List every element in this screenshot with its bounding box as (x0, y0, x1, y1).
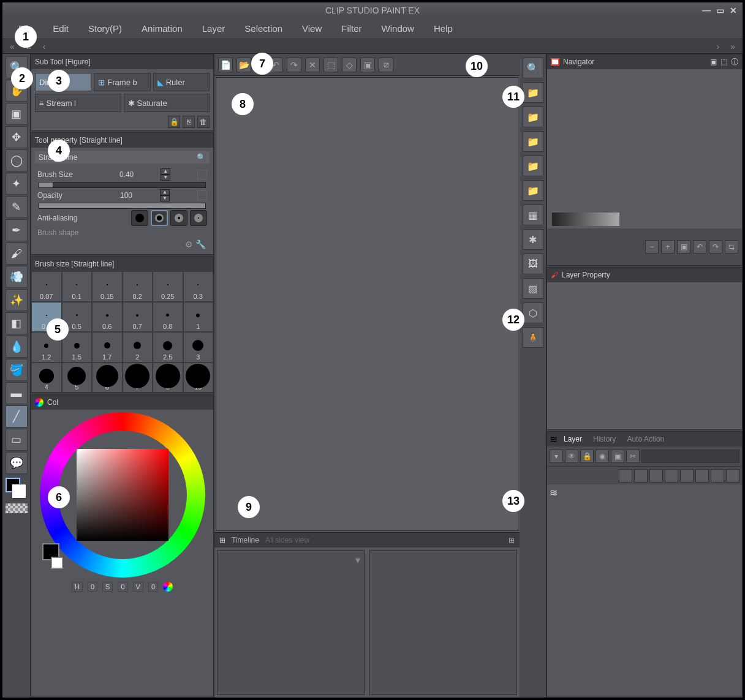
layer-lock-icon[interactable]: 🔒 (580, 450, 594, 463)
menu-window[interactable]: Window (372, 20, 424, 37)
decoration-tool-icon[interactable]: ✨ (6, 289, 28, 311)
material-folder4-icon[interactable]: 📁 (523, 156, 543, 176)
flip-icon[interactable]: ⇆ (725, 240, 738, 254)
timeline-track[interactable] (369, 550, 517, 695)
menu-story[interactable]: Story(P) (78, 20, 132, 37)
new-layer-icon[interactable] (619, 469, 632, 483)
pen-tool-icon[interactable]: ✒ (6, 219, 28, 241)
zoom-slider[interactable] (552, 213, 619, 226)
material-pattern-icon[interactable]: ▦ (523, 205, 543, 225)
brushsize-option[interactable]: 0.15 (92, 271, 123, 302)
navigator-preview[interactable] (547, 69, 742, 228)
material-folder5-icon[interactable]: 📁 (523, 180, 543, 201)
material-folder2-icon[interactable]: 📁 (523, 107, 543, 127)
redo-icon[interactable]: ↷ (287, 58, 301, 72)
brushsize-option[interactable]: 0.1 (62, 271, 93, 302)
material-folder-icon[interactable]: 📁 (523, 82, 543, 103)
layer-list[interactable]: ≋ (547, 484, 742, 501)
brushsize-option[interactable]: 6 (92, 363, 123, 393)
antialias-options[interactable] (131, 210, 207, 226)
brushsize-option[interactable]: 0.2 (123, 271, 153, 302)
subtool-ruler[interactable]: ◣Ruler (153, 73, 210, 91)
sub-color-swatch[interactable] (51, 557, 63, 569)
chevron-right-icon[interactable]: › (713, 42, 724, 51)
rotate-right-icon[interactable]: ↷ (709, 240, 722, 254)
eyedropper-tool-icon[interactable]: ✎ (6, 196, 28, 218)
brushsize-option[interactable]: 0.6 (92, 302, 123, 333)
brushsize-dynamics-icon[interactable] (197, 170, 207, 179)
brushsize-option[interactable]: 2.5 (153, 332, 183, 363)
brushsize-slider[interactable] (39, 182, 206, 188)
allsides-tab[interactable]: All sides view (265, 536, 309, 544)
eraser-tool-icon[interactable]: ◧ (6, 312, 28, 334)
brushsize-option[interactable]: 10 (183, 363, 214, 393)
lasso-tool-icon[interactable]: ◯ (6, 149, 28, 171)
rotate-left-icon[interactable]: ↶ (693, 240, 706, 254)
chevron-right-double-icon[interactable]: » (727, 42, 739, 51)
brushsize-option[interactable]: 0.25 (153, 271, 183, 302)
tab-history[interactable]: History (588, 433, 621, 445)
brushsize-option[interactable]: 7 (123, 363, 153, 393)
subtool-saturated[interactable]: ✱Saturate (124, 94, 210, 112)
figure-tool-icon[interactable]: ╱ (6, 405, 28, 427)
layer-blendmode-icon[interactable]: ▾ (550, 450, 563, 463)
color-swatch[interactable] (6, 478, 28, 502)
brushsize-option[interactable]: 0.07 (31, 271, 62, 302)
timeline-tab-icon[interactable]: ⊞ (219, 536, 225, 544)
toolprop-wand-icon[interactable]: 🔍 (197, 153, 206, 162)
clear-icon[interactable]: ✕ (305, 58, 320, 72)
brushsize-option[interactable]: 3 (183, 332, 214, 363)
opacity-slider[interactable] (39, 203, 206, 209)
layer-opacity-bar[interactable] (641, 450, 739, 463)
merge-layer-icon[interactable] (665, 469, 678, 483)
brushsize-option[interactable]: 0.8 (153, 302, 183, 333)
airbrush-tool-icon[interactable]: 💨 (6, 266, 28, 288)
brushsize-option[interactable]: 0.7 (123, 302, 153, 333)
subtool-trash-icon[interactable]: 🗑 (197, 116, 210, 128)
brushsize-option[interactable]: 1 (183, 302, 214, 333)
brushsize-stepper[interactable]: ▲▼ (161, 168, 170, 181)
fill-tool-icon[interactable]: 🪣 (6, 359, 28, 381)
deselect-icon[interactable]: ◇ (342, 58, 357, 72)
select-all-icon[interactable]: ⬚ (323, 58, 338, 72)
new-file-icon[interactable]: 📄 (218, 58, 233, 72)
gradient-tool-icon[interactable]: ▬ (6, 382, 28, 404)
layer-clip-icon[interactable]: ✂ (626, 450, 640, 463)
balloon-tool-icon[interactable]: 💬 (6, 452, 28, 474)
transfer-layer-icon[interactable] (711, 469, 724, 483)
menu-help[interactable]: Help (424, 20, 463, 37)
dup-layer-icon[interactable] (649, 469, 663, 483)
timeline-layers[interactable]: ▾ (217, 550, 365, 695)
open-file-icon[interactable]: 📂 (236, 58, 251, 72)
subtool-stream-line[interactable]: ≡Stream l (35, 94, 121, 112)
chevron-left-icon[interactable]: ‹ (39, 42, 50, 51)
layer-mask-icon[interactable]: ▣ (611, 450, 624, 463)
maximize-button[interactable]: ▭ (714, 5, 725, 16)
brush-tool-icon[interactable]: 🖌 (6, 243, 28, 265)
fit-icon[interactable]: ▣ (677, 240, 690, 254)
opacity-stepper[interactable]: ▲▼ (160, 189, 170, 201)
crop-icon[interactable]: ⧄ (379, 58, 393, 72)
zoom-in-icon[interactable]: + (661, 240, 675, 254)
tab-autoaction[interactable]: Auto Action (622, 433, 669, 445)
layer-ref-icon[interactable]: ◉ (596, 450, 609, 463)
menu-filter[interactable]: Filter (331, 20, 371, 37)
menu-view[interactable]: View (292, 20, 331, 37)
brushsize-option[interactable]: 8 (153, 363, 183, 393)
navigator-tab2-icon[interactable]: ▣ (710, 58, 717, 66)
move-tool-icon[interactable]: ✥ (6, 126, 28, 148)
brushsize-option[interactable]: 2 (123, 332, 153, 363)
material-object-icon[interactable]: ⬡ (523, 303, 543, 323)
brushsize-option[interactable]: 0.3 (183, 271, 214, 302)
brushsize-option[interactable]: 4 (31, 363, 62, 393)
menu-layer[interactable]: Layer (192, 20, 235, 37)
tab-layer[interactable]: Layer (559, 433, 587, 445)
brushsize-option[interactable]: 1.5 (62, 332, 93, 363)
colorset-icon[interactable] (163, 582, 173, 592)
minimize-button[interactable]: — (701, 5, 712, 16)
close-button[interactable]: ✕ (728, 5, 739, 16)
brushsize-option[interactable]: 1.7 (92, 332, 123, 363)
material-burst-icon[interactable]: ✱ (523, 229, 543, 250)
menu-edit[interactable]: Edit (43, 20, 78, 37)
operation-tool-icon[interactable]: ▣ (6, 103, 28, 125)
